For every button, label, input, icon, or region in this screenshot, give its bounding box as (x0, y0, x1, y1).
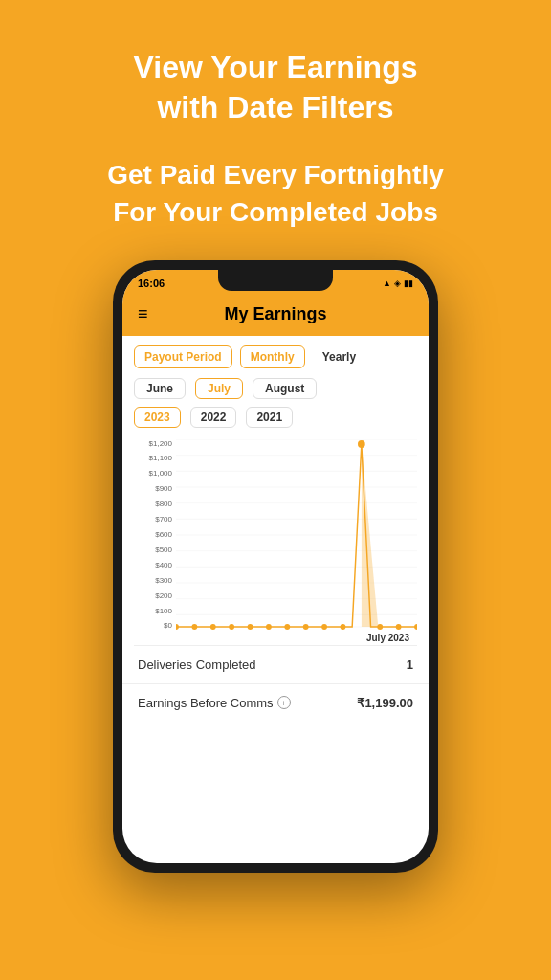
month-row: June July August (122, 374, 429, 403)
deliveries-label: Deliveries Completed (138, 657, 256, 672)
app-header: ≡ My Earnings (122, 297, 429, 336)
y-label-200: $200 (134, 591, 172, 600)
y-label-400: $400 (134, 561, 172, 569)
hero-subtitle: Get Paid Every Fortnightly For Your Comp… (107, 156, 444, 231)
battery-icon: ▮▮ (404, 278, 413, 288)
app-title: My Earnings (224, 304, 326, 324)
y-label-900: $900 (134, 484, 172, 493)
year-2021-button[interactable]: 2021 (246, 407, 293, 428)
hero-section: View Your Earnings with Date Filters Get… (69, 48, 482, 232)
svg-point-27 (414, 624, 417, 630)
chart-x-label: July 2023 (134, 633, 417, 643)
svg-point-14 (176, 624, 179, 630)
deliveries-row: Deliveries Completed 1 (122, 646, 429, 684)
y-label-600: $600 (134, 530, 172, 539)
status-icons: ▲ ◈ ▮▮ (383, 278, 413, 288)
phone-notch (218, 270, 333, 291)
svg-point-20 (284, 624, 290, 630)
svg-point-21 (303, 624, 309, 630)
y-axis: $1,200 $1,100 $1,000 $900 $800 $700 $600… (134, 439, 172, 631)
earnings-value: ₹1,199.00 (357, 696, 413, 710)
y-label-0: $0 (134, 621, 172, 630)
y-label-1000: $1,000 (134, 469, 172, 478)
phone-outer: 16:06 ▲ ◈ ▮▮ ≡ My Earnings Payout Period… (113, 260, 438, 873)
svg-point-24 (358, 440, 365, 448)
june-button[interactable]: June (134, 378, 186, 399)
y-label-500: $500 (134, 546, 172, 554)
year-2022-button[interactable]: 2022 (190, 407, 237, 428)
deliveries-value: 1 (407, 657, 413, 672)
y-label-1200: $1,200 (134, 439, 172, 448)
svg-point-17 (229, 624, 234, 630)
status-time: 16:06 (138, 278, 165, 289)
phone-screen: 16:06 ▲ ◈ ▮▮ ≡ My Earnings Payout Period… (122, 270, 429, 863)
earnings-chart (176, 439, 417, 631)
y-label-300: $300 (134, 576, 172, 585)
earnings-row: Earnings Before Comms i ₹1,199.00 (122, 684, 429, 722)
y-label-1100: $1,100 (134, 454, 172, 462)
y-label-100: $100 (134, 607, 172, 615)
svg-point-26 (396, 624, 402, 630)
earnings-label-text: Earnings Before Comms (138, 696, 274, 710)
phone-mockup: 16:06 ▲ ◈ ▮▮ ≡ My Earnings Payout Period… (113, 260, 438, 873)
svg-point-23 (341, 624, 346, 630)
year-row: 2023 2022 2021 (122, 403, 429, 434)
yearly-button[interactable]: Yearly (313, 346, 365, 368)
chart-area: $1,200 $1,100 $1,000 $900 $800 $700 $600… (122, 434, 429, 645)
svg-point-22 (321, 624, 327, 630)
year-2023-button[interactable]: 2023 (134, 407, 181, 428)
menu-icon[interactable]: ≡ (138, 304, 148, 324)
info-icon[interactable]: i (277, 696, 291, 709)
y-label-700: $700 (134, 515, 172, 523)
earnings-label: Earnings Before Comms i (138, 696, 291, 710)
svg-point-15 (191, 624, 197, 630)
payout-period-button[interactable]: Payout Period (134, 345, 232, 368)
august-button[interactable]: August (253, 378, 317, 399)
wifi-icon: ◈ (394, 278, 401, 288)
svg-point-18 (248, 624, 253, 630)
y-label-800: $800 (134, 500, 172, 508)
monthly-button[interactable]: Monthly (240, 345, 305, 368)
hero-title: View Your Earnings with Date Filters (107, 48, 444, 127)
svg-point-25 (377, 624, 383, 630)
chart-container: $1,200 $1,100 $1,000 $900 $800 $700 $600… (134, 439, 417, 631)
svg-point-19 (266, 624, 272, 630)
july-button[interactable]: July (195, 378, 243, 399)
svg-point-16 (210, 624, 216, 630)
filter-row: Payout Period Monthly Yearly (122, 336, 429, 374)
signal-icon: ▲ (383, 278, 391, 288)
